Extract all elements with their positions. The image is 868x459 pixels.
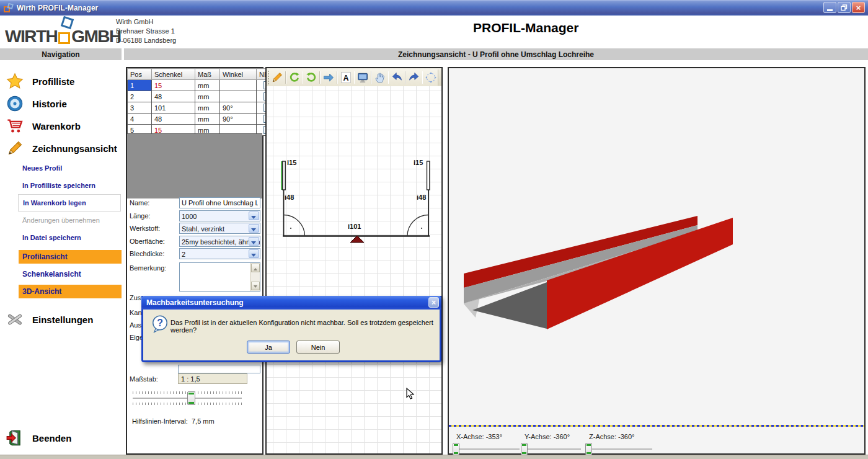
zoom-slider-thumb[interactable] bbox=[187, 391, 195, 405]
x-axis-label: X-Achse: -353° bbox=[456, 433, 502, 440]
sidebar-item-warenkorb[interactable]: Warenkorb bbox=[0, 115, 124, 137]
cell-schenkel[interactable]: 101 bbox=[152, 102, 195, 114]
x-axis-slider-track[interactable] bbox=[453, 448, 520, 450]
y-axis-slider-track[interactable] bbox=[521, 448, 581, 450]
sidebar-item-schenkelansicht[interactable]: Schenkelansicht bbox=[19, 267, 122, 281]
werkstoff-label: Werkstoff: bbox=[130, 225, 160, 232]
sidebar-item-beenden[interactable]: Beenden bbox=[0, 427, 124, 449]
cell-pos[interactable]: 2 bbox=[128, 91, 152, 102]
profile-drawing[interactable] bbox=[267, 68, 441, 453]
sidebar-item-historie[interactable]: Historie bbox=[0, 92, 124, 115]
scrollbar[interactable] bbox=[250, 263, 260, 291]
cell-winkel[interactable] bbox=[220, 80, 257, 91]
sidebar-item-einstellungen[interactable]: Einstellungen bbox=[0, 308, 124, 331]
cell-winkel[interactable] bbox=[220, 91, 257, 102]
sidebar-item-zeichnungsansicht[interactable]: Zeichnungsansicht bbox=[0, 137, 124, 159]
cell-winkel[interactable]: 90° bbox=[220, 102, 257, 114]
profile-3d-view[interactable] bbox=[449, 68, 864, 425]
werkstoff-value: Stahl, verzinkt bbox=[180, 223, 260, 233]
y-axis-slider-thumb[interactable] bbox=[521, 443, 528, 455]
sidebar-item-label: Beenden bbox=[32, 433, 71, 443]
werkstoff-select[interactable]: Stahl, verzinkt bbox=[179, 223, 260, 234]
oberflaeche-label: Oberfläche: bbox=[130, 238, 165, 245]
cell-schenkel[interactable]: 15 bbox=[152, 80, 195, 91]
bemerkung-textarea[interactable] bbox=[179, 262, 260, 292]
chevron-down-icon[interactable] bbox=[249, 237, 259, 246]
scroll-down-icon[interactable] bbox=[251, 282, 260, 290]
sidebar-item-neues-profil[interactable]: Neues Profil bbox=[0, 159, 124, 177]
viewport-focus-border bbox=[449, 425, 864, 427]
sidebar-item-label: Historie bbox=[32, 99, 67, 109]
address-line: Wirth GmbH bbox=[116, 17, 176, 27]
name-input[interactable] bbox=[179, 197, 260, 208]
oberflaeche-row: Oberfläche: 25my beschichtet, ähnlich bbox=[127, 236, 262, 248]
dim-label-15-left: i15 bbox=[287, 159, 296, 166]
dialog-close-icon[interactable]: × bbox=[428, 297, 439, 308]
column-header-ma[interactable]: Maß bbox=[195, 69, 220, 80]
werkstoff-row: Werkstoff: Stahl, verzinkt bbox=[127, 223, 262, 235]
scroll-up-icon[interactable] bbox=[251, 264, 260, 272]
z-axis-slider-thumb[interactable] bbox=[585, 443, 592, 455]
cell-mass[interactable]: mm bbox=[195, 91, 220, 102]
cell-winkel[interactable]: 90° bbox=[220, 114, 257, 125]
profil-manager-window: Wirth PROFIL-Manager × WIRTH GMBH Wirth … bbox=[0, 0, 868, 459]
restore-button[interactable] bbox=[838, 2, 851, 13]
table-row: 248mm bbox=[128, 91, 278, 102]
nein-button[interactable]: Nein bbox=[296, 341, 340, 354]
sidebar-item-in-datei-speichern[interactable]: In Datei speichern bbox=[0, 229, 124, 246]
blechdicke-select[interactable]: 2 bbox=[179, 248, 260, 259]
cell-pos[interactable]: 1 bbox=[128, 80, 152, 91]
cell-mass[interactable]: mm bbox=[195, 114, 220, 125]
dialog-titlebar[interactable]: Machbarkeitsuntersuchung × bbox=[141, 296, 441, 310]
hilfslinien-value: 7,5 mm bbox=[192, 417, 215, 425]
laenge-select[interactable]: 1000 bbox=[179, 210, 260, 221]
laenge-row: Länge: 1000 bbox=[127, 210, 262, 223]
sidebar-item-label: In Datei speichern bbox=[22, 234, 81, 241]
cell-mass[interactable]: mm bbox=[195, 80, 220, 91]
sidebar-item-label: Neues Profil bbox=[22, 164, 62, 172]
sidebar-item-profilansicht[interactable]: Profilansicht bbox=[19, 250, 122, 264]
laenge-label: Länge: bbox=[130, 212, 151, 220]
x-axis-slider-thumb[interactable] bbox=[453, 443, 459, 455]
minimize-button[interactable] bbox=[823, 2, 836, 13]
cell-schenkel[interactable]: 48 bbox=[152, 91, 195, 102]
settings-icon bbox=[6, 311, 24, 328]
star-icon bbox=[6, 73, 24, 90]
column-header-schenkel[interactable]: Schenkel bbox=[152, 69, 195, 80]
partially-hidden-field[interactable] bbox=[178, 365, 260, 373]
cell-pos[interactable]: 4 bbox=[128, 114, 152, 125]
column-header-pos[interactable]: Pos bbox=[128, 69, 152, 80]
dim-label-48-left: i48 bbox=[285, 194, 294, 201]
cell-mass[interactable]: mm bbox=[195, 102, 220, 114]
column-header-winkel[interactable]: Winkel bbox=[220, 69, 257, 80]
massstab-field: 1 : 1,5 bbox=[178, 373, 247, 384]
sidebar-item-in-profilliste-speichern[interactable]: In Profilliste speichern bbox=[0, 177, 124, 194]
mouse-cursor bbox=[406, 388, 415, 401]
laenge-value: 1000 bbox=[180, 211, 260, 220]
segments-table: PosSchenkelMaßWinkelNL 115mm248mm3101mm9… bbox=[127, 68, 278, 136]
dim-label-101-bottom: i101 bbox=[348, 223, 361, 230]
sidebar-item-label: Einstellungen bbox=[32, 314, 93, 325]
chevron-down-icon[interactable] bbox=[249, 224, 259, 233]
close-button[interactable]: × bbox=[852, 2, 865, 13]
oberflaeche-value: 25my beschichtet, ähnlich bbox=[180, 236, 260, 246]
window-titlebar[interactable]: Wirth PROFIL-Manager × bbox=[0, 0, 868, 16]
dialog-message: Das Profil ist in der aktuellen Konfigur… bbox=[170, 319, 437, 334]
z-axis-label: Z-Achse: -360° bbox=[589, 433, 634, 440]
table-row: 3101mm90° bbox=[128, 102, 278, 114]
sidebar-item-label: In Profilliste speichern bbox=[22, 182, 95, 189]
cell-schenkel[interactable]: 48 bbox=[152, 114, 195, 125]
oberflaeche-select[interactable]: 25my beschichtet, ähnlich bbox=[179, 236, 260, 247]
chevron-down-icon[interactable] bbox=[249, 249, 259, 258]
ja-button[interactable]: Ja bbox=[247, 341, 290, 354]
app-logo-icon bbox=[4, 3, 14, 13]
sidebar-item-3d-ansicht[interactable]: 3D-Ansicht bbox=[19, 285, 122, 298]
z-axis-slider-track[interactable] bbox=[585, 448, 652, 450]
dim-label-48-right: i48 bbox=[417, 194, 426, 201]
sidebar-item-in-warenkorb-legen[interactable]: In Warenkorb legen bbox=[18, 194, 121, 212]
name-label: Name: bbox=[130, 199, 149, 207]
chevron-down-icon[interactable] bbox=[249, 212, 259, 220]
sidebar-item-profilliste[interactable]: Profilliste bbox=[0, 70, 124, 92]
table-row: 448mm90° bbox=[128, 114, 278, 125]
cell-pos[interactable]: 3 bbox=[128, 102, 152, 114]
